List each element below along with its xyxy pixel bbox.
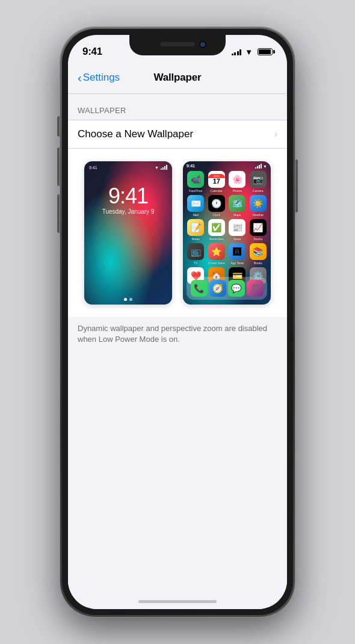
nav-title: Wallpaper (154, 72, 202, 84)
stocks-label: Stocks (253, 237, 262, 241)
ls-time-small: 9:41 (89, 166, 97, 170)
app-news: 📰 News (228, 219, 247, 241)
camera-label: Camera (253, 189, 264, 193)
dock-messages-icon: 💬 (228, 280, 245, 297)
status-time: 9:41 (82, 46, 102, 58)
caption: Dynamic wallpaper and perspective zoom a… (68, 317, 287, 355)
volume-up-button (57, 147, 60, 186)
camera-icon: 📷 (250, 171, 267, 188)
calendar-icon: MON 17 (208, 171, 225, 188)
chevron-right-icon: › (274, 129, 277, 140)
section-header: WALLPAPER (68, 94, 287, 120)
app-camera: 📷 Camera (249, 171, 268, 193)
books-label: Books (254, 261, 262, 265)
app-calendar: MON 17 Calendar (208, 171, 226, 193)
status-icons: ▼ (232, 48, 273, 57)
hs-time: 9:41 (187, 164, 195, 169)
mute-button (57, 116, 60, 137)
phone-frame: 9:41 ▼ ‹ Set (60, 27, 295, 617)
front-camera (199, 41, 206, 48)
lockscreen-wallpaper: 9:41 ▼ (84, 161, 172, 305)
calendar-label: Calendar (211, 189, 223, 193)
tv-icon: 📺 (187, 243, 204, 260)
hs-status-bar: 9:41 ▼ (183, 161, 271, 169)
weather-label: Weather (252, 213, 264, 217)
ls-wifi-icon: ▼ (155, 166, 159, 170)
clock-icon: 🕐 (208, 195, 225, 212)
weather-icon: ☀️ (250, 195, 267, 212)
ls-time-display: 9:41 Tuesday, January 9 (84, 185, 172, 215)
clock-label: Clock (212, 213, 220, 217)
wifi-icon: ▼ (245, 48, 253, 57)
ls-signal-icon (161, 165, 167, 170)
choose-wallpaper-label: Choose a New Wallpaper (78, 128, 193, 140)
books-icon: 📚 (250, 243, 267, 260)
homescreen-wallpaper: 9:41 ▼ (183, 161, 271, 305)
news-label: News (233, 237, 241, 241)
power-button (295, 159, 298, 212)
phone-body: 9:41 ▼ ‹ Set (62, 29, 293, 615)
ls-page-dots (84, 298, 172, 301)
reminders-label: Reminders (209, 237, 224, 241)
volume-down-button (57, 194, 60, 233)
ls-dot-1 (124, 298, 127, 301)
dock: 📞 🧭 💬 🎵 (187, 277, 267, 300)
reminders-icon: ✅ (208, 219, 225, 236)
ls-clock: 9:41 (84, 185, 172, 207)
back-label: Settings (83, 72, 120, 84)
ls-dot-2 (129, 298, 132, 301)
app-tv: 📺 TV (187, 243, 205, 265)
photos-label: Photos (232, 189, 242, 193)
hs-signal (255, 164, 262, 169)
app-notes: 📝 Notes (187, 219, 205, 241)
hs-wifi: ▼ (263, 164, 267, 169)
mail-label: Mail (193, 213, 199, 217)
choose-wallpaper-button[interactable]: Choose a New Wallpaper › (68, 120, 287, 149)
signal-icon (232, 48, 242, 55)
dock-music-icon: 🎵 (247, 280, 264, 297)
itunes-label: iTunes Store (208, 261, 225, 265)
facetime-label: FaceTime (189, 189, 202, 193)
homescreen-preview[interactable]: 9:41 ▼ (182, 161, 271, 305)
notch (129, 35, 226, 55)
speaker (160, 42, 195, 46)
app-books: 📚 Books (249, 243, 268, 265)
app-appstore: 🅰 App Store (228, 243, 247, 265)
photos-icon: 🌸 (229, 171, 245, 188)
appstore-icon: 🅰 (229, 243, 245, 260)
battery-icon (258, 48, 273, 55)
tv-label: TV (194, 261, 197, 265)
notes-label: Notes (192, 237, 200, 241)
notes-icon: 📝 (187, 219, 204, 236)
dock-phone-icon: 📞 (191, 280, 208, 297)
screen: 9:41 ▼ ‹ Set (68, 35, 287, 609)
facetime-icon: 📹 (187, 171, 204, 188)
app-maps: 🗺️ Maps (228, 195, 247, 217)
home-indicator (138, 600, 217, 603)
app-mail: ✉️ Mail (187, 195, 205, 217)
app-photos: 🌸 Photos (228, 171, 247, 193)
news-icon: 📰 (229, 219, 245, 236)
nav-bar: ‹ Settings Wallpaper (68, 61, 287, 94)
mail-icon: ✉️ (187, 195, 204, 212)
hs-status-icons: ▼ (255, 164, 267, 169)
app-itunes: ⭐ iTunes Store (208, 243, 226, 265)
app-stocks: 📈 Stocks (249, 219, 268, 241)
wallpaper-previews: 9:41 ▼ (68, 149, 287, 317)
back-button[interactable]: ‹ Settings (78, 72, 120, 84)
app-facetime: 📹 FaceTime (187, 171, 205, 193)
app-clock: 🕐 Clock (208, 195, 226, 217)
ls-date: Tuesday, January 9 (84, 208, 172, 215)
maps-icon: 🗺️ (229, 195, 245, 212)
app-grid: 📹 FaceTime MON 17 Calendar (183, 169, 271, 291)
back-chevron-icon: ‹ (78, 72, 82, 84)
app-weather: ☀️ Weather (249, 195, 268, 217)
appstore-label: App Store (230, 261, 244, 265)
lockscreen-preview[interactable]: 9:41 ▼ (84, 161, 173, 305)
ls-status-bar: 9:41 ▼ (84, 161, 172, 170)
itunes-icon: ⭐ (208, 243, 225, 260)
content-area: WALLPAPER Choose a New Wallpaper › 9:41 … (68, 94, 287, 609)
dock-safari-icon: 🧭 (209, 280, 226, 297)
stocks-icon: 📈 (250, 219, 267, 236)
app-reminders: ✅ Reminders (208, 219, 226, 241)
